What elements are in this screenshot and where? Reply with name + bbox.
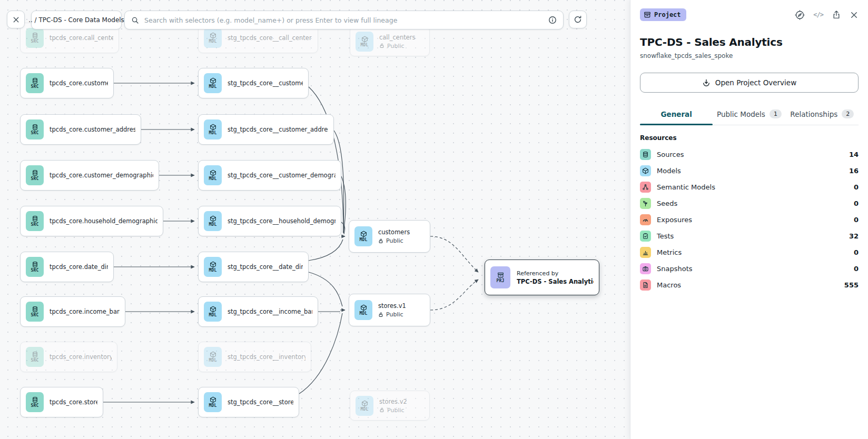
node-label: tpcds_core.inventory [50,353,112,361]
access-line: Public [379,407,407,414]
details-panel: Project </> TPC-DS - Sales Analytics sno… [630,0,868,439]
cube-icon [210,351,216,358]
database-icon [32,261,38,268]
lock-icon [378,312,383,317]
file-icon [640,280,651,291]
lock-icon [378,238,383,244]
access-line: Public [378,311,406,318]
node-stg-income-band[interactable]: MDL stg_tpcds_core__income_band [198,296,318,327]
archive-box-icon [497,272,504,278]
node-stg-customer-demographics[interactable]: MDL stg_tpcds_core__customer_demogra… [198,160,341,191]
node-stg-customer[interactable]: MDL stg_tpcds_core__customer [198,68,309,98]
close-panel-button[interactable] [850,11,859,19]
resource-row-metrics[interactable]: Metrics 0 [640,244,859,261]
cube-icon [361,400,368,407]
node-stg-date-dim[interactable]: MDL stg_tpcds_core__date_dim [198,252,309,282]
cube-icon [640,165,651,176]
resource-count: 555 [844,281,859,289]
node-public-stores-v2[interactable]: MDL stores.v2 Public [350,391,430,421]
resource-row-sources[interactable]: Sources 14 [640,146,859,163]
search-bar [124,11,564,29]
node-src-store[interactable]: SRC tpcds_core.store [20,387,103,417]
node-src-income-band[interactable]: SRC tpcds_core.income_band [20,296,125,327]
node-stg-store[interactable]: MDL stg_tpcds_core__store [198,387,299,417]
node-label: stg_tpcds_core__household_demogr… [228,217,336,225]
node-src-customer-address[interactable]: SRC tpcds_core.customer_address [20,114,141,145]
database-icon [640,149,651,160]
explore-lineage-button[interactable] [795,10,805,20]
node-public-call-centers[interactable]: MDL call_centers Public [350,26,430,56]
node-project-tpcds-sales-analytics[interactable]: PRJ Referenced by TPC-DS - Sales Analyti… [485,260,599,295]
resource-row-models[interactable]: Models 16 [640,163,859,179]
model-badge: MDL [204,211,222,231]
node-src-customer-demographics[interactable]: SRC tpcds_core.customer_demographics [20,160,159,191]
resource-row-tests[interactable]: Tests 32 [640,228,859,244]
database-icon [32,396,38,403]
source-badge: SRC [26,73,44,93]
project-badge: PRJ [490,266,510,288]
node-src-inventory[interactable]: SRC tpcds_core.inventory [20,342,117,372]
archive-box-icon [644,11,651,18]
search-input[interactable] [143,16,544,25]
resource-count: 0 [854,248,859,256]
model-badge: MDL [354,300,372,320]
resource-row-snapshots[interactable]: Snapshots 0 [640,261,859,277]
database-icon [32,124,38,131]
node-label: tpcds_core.customer_address [50,126,135,133]
resource-row-semantic-models[interactable]: Semantic Models 0 [640,179,859,195]
share-button[interactable] [832,10,841,19]
node-src-customer[interactable]: SRC tpcds_core.customer [20,68,114,98]
node-label: tpcds_core.customer [50,79,108,87]
cube-icon [210,396,216,403]
project-name: TPC-DS - Sales Analytics [517,278,594,285]
resource-count: 0 [854,199,859,207]
source-badge: SRC [26,302,44,322]
resource-row-exposures[interactable]: Exposures 0 [640,212,859,228]
breadcrumb[interactable]: .. / TPC-DS - Core Data Models [31,11,122,29]
open-project-overview-button[interactable]: Open Project Overview [640,73,859,93]
cube-icon [210,77,216,84]
node-label: stores.v2 [379,398,407,405]
model-badge: MDL [204,392,222,412]
info-icon[interactable] [548,16,557,24]
model-badge: MDL [356,32,373,52]
node-src-household-demographics[interactable]: SRC tpcds_core.household_demographics [20,206,163,236]
resource-row-macros[interactable]: Macros 555 [640,277,859,293]
model-badge: MDL [204,165,222,185]
tab-count-badge: 1 [770,109,782,118]
database-icon [32,169,38,176]
lineage-canvas[interactable]: SRC tpcds_core.call_center SRC tpcds_cor… [0,0,630,439]
share-icon [832,10,841,19]
node-public-stores-v1[interactable]: MDL stores.v1 Public [349,294,430,326]
clipboard-check-icon [640,231,651,242]
tab-general[interactable]: General [640,105,713,125]
node-stg-inventory[interactable]: MDL stg_tpcds_core__inventory [198,342,311,372]
semantic-graph-icon [640,182,651,193]
cube-icon [361,36,368,43]
node-stg-customer-address[interactable]: MDL stg_tpcds_core__customer_address [198,114,334,145]
model-badge: MDL [204,73,222,93]
close-lineage-button[interactable] [7,11,25,28]
node-public-customers[interactable]: MDL customers Public [349,220,430,253]
node-label: tpcds_core.income_band [50,308,120,315]
cube-icon [210,124,216,131]
tab-relationships[interactable]: Relationships 2 [786,105,859,125]
cube-icon [210,261,216,268]
resource-count: 0 [854,265,859,273]
resource-row-seeds[interactable]: Seeds 0 [640,195,859,212]
node-label: stg_tpcds_core__call_center [228,34,312,42]
search-icon [131,16,139,24]
node-stg-household-demographics[interactable]: MDL stg_tpcds_core__household_demogr… [198,206,341,236]
lock-icon [379,407,384,413]
close-icon [850,11,859,19]
lineage-app: SRC tpcds_core.call_center SRC tpcds_cor… [0,0,868,439]
code-icon[interactable]: </> [813,11,823,18]
node-label: tpcds_core.store [50,398,97,406]
tab-public-models[interactable]: Public Models 1 [713,105,785,125]
node-label: stg_tpcds_core__customer [228,79,303,87]
refresh-lineage-button[interactable] [569,11,587,28]
model-badge: MDL [204,302,222,322]
node-src-date-dim[interactable]: SRC tpcds_core.date_dim [20,252,114,282]
database-icon [32,215,38,222]
node-label: stg_tpcds_core__store [228,398,293,406]
